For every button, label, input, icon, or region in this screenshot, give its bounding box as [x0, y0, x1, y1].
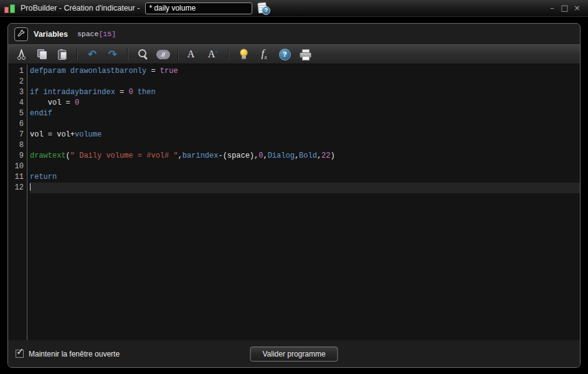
font-increase-icon: A+ [208, 49, 219, 59]
line-number: 3 [8, 87, 24, 98]
variables-settings-button[interactable] [14, 27, 28, 41]
code-line[interactable]: drawtext(" Daily volume = #vol# ",barind… [30, 151, 580, 161]
code-line[interactable] [30, 140, 580, 151]
lightbulb-icon [239, 49, 248, 60]
redo-button[interactable]: ↷ [105, 47, 120, 62]
font-decrease-icon: A− [187, 49, 199, 59]
window-controls: – □ × [548, 3, 582, 13]
wrench-icon [17, 29, 26, 40]
variables-label: Variables [34, 30, 68, 39]
font-decrease-button[interactable]: A− [186, 47, 201, 62]
cut-button[interactable] [14, 47, 29, 62]
print-button[interactable] [298, 47, 313, 62]
window-title: ProBuilder - Création d'indicateur - [21, 4, 140, 12]
code-line[interactable]: if intradaybarindex = 0 then [30, 87, 580, 98]
code-editor[interactable]: 123456789101112 defparam drawonlastbaron… [8, 64, 580, 340]
line-number: 5 [8, 108, 24, 119]
footer-bar: ✓ Maintenir la fenêtre ouverte Valider p… [8, 340, 580, 367]
indicator-name-input[interactable] [145, 2, 252, 14]
keep-window-open-checkbox[interactable]: ✓ Maintenir la fenêtre ouverte [16, 350, 120, 358]
checkbox-label: Maintenir la fenêtre ouverte [29, 350, 120, 358]
search-button[interactable] [135, 47, 150, 62]
documentation-help-icon[interactable]: ? [257, 2, 270, 15]
code-line[interactable]: return [30, 172, 580, 183]
scissors-icon [16, 49, 26, 60]
help-button[interactable]: ? [277, 47, 292, 62]
print-icon [300, 49, 311, 60]
line-number: 6 [8, 119, 24, 130]
line-number: 8 [8, 140, 24, 151]
toolbar-separator [228, 49, 229, 60]
maximize-button[interactable]: □ [560, 3, 569, 13]
undo-icon: ↶ [88, 49, 97, 60]
code-line[interactable] [30, 77, 580, 87]
code-line[interactable]: defparam drawonlastbaronly = true [30, 66, 580, 77]
editor-toolbar: ↶ ↷ // A− A+ fx ? [8, 44, 580, 64]
search-icon [138, 49, 148, 60]
checkbox-box[interactable]: ✓ [16, 350, 24, 358]
copy-button[interactable] [34, 47, 49, 62]
insert-function-button[interactable]: fx [257, 47, 272, 62]
line-number: 12 [8, 183, 24, 193]
comment-button[interactable]: // [156, 47, 171, 62]
line-number: 7 [8, 130, 24, 140]
minimize-button[interactable]: – [548, 3, 557, 13]
toolbar-separator [127, 49, 128, 60]
line-number: 2 [8, 77, 24, 87]
tips-button[interactable] [236, 47, 251, 62]
function-icon: fx [261, 48, 267, 60]
line-number: 9 [8, 151, 24, 161]
comment-icon: // [156, 50, 170, 59]
help-icon: ? [279, 49, 291, 60]
line-number: 11 [8, 172, 24, 183]
toolbar-separator [178, 49, 179, 60]
candlestick-logo [4, 2, 16, 14]
line-number: 1 [8, 66, 24, 77]
variables-bar: Variables space[15] [8, 24, 580, 44]
code-line[interactable]: endif [30, 108, 580, 119]
code-line[interactable] [30, 119, 580, 130]
validate-program-button[interactable]: Valider programme [250, 347, 338, 362]
line-number: 10 [8, 161, 24, 172]
code-line[interactable] [30, 183, 580, 193]
paste-icon [58, 49, 67, 59]
checkmark-icon: ✓ [16, 346, 24, 357]
code-lines[interactable]: defparam drawonlastbaronly = trueif intr… [27, 64, 580, 340]
font-increase-button[interactable]: A+ [206, 47, 221, 62]
editor-panel: Variables space[15] ↶ ↷ [7, 23, 581, 368]
copy-icon [37, 49, 47, 59]
line-number-gutter: 123456789101112 [8, 64, 27, 340]
undo-button[interactable]: ↶ [85, 47, 100, 62]
text-cursor [30, 183, 31, 191]
code-line[interactable] [30, 161, 580, 172]
paste-button[interactable] [55, 47, 70, 62]
code-line[interactable]: vol = 0 [30, 98, 580, 108]
toolbar-separator [77, 49, 78, 60]
redo-icon: ↷ [108, 49, 117, 60]
title-bar: ProBuilder - Création d'indicateur - ? –… [0, 0, 588, 17]
code-line[interactable]: vol = vol+volume [30, 130, 580, 140]
line-number: 4 [8, 98, 24, 108]
variable-entry[interactable]: space[15] [77, 30, 116, 38]
close-button[interactable]: × [572, 3, 582, 13]
